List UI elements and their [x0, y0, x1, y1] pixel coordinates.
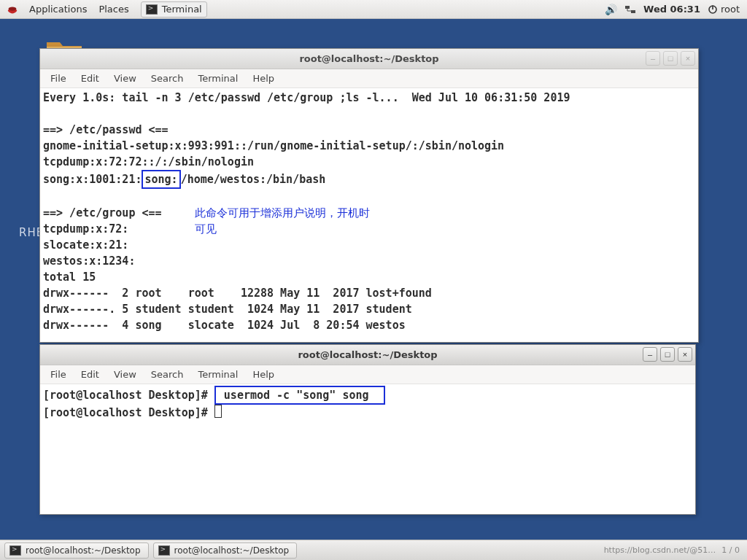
titlebar[interactable]: root@localhost:~/Desktop – □ ×: [40, 49, 698, 69]
highlight-command: usermod -c "song" song: [214, 386, 385, 405]
window-title: root@localhost:~/Desktop: [299, 53, 438, 64]
close-button[interactable]: ×: [678, 347, 692, 362]
user-menu[interactable]: root: [708, 4, 740, 15]
minimize-button[interactable]: –: [646, 51, 660, 66]
terminal-icon: [158, 545, 170, 556]
taskbar-entry[interactable]: root@localhost:~/Desktop: [4, 542, 149, 559]
menu-file[interactable]: File: [43, 367, 74, 382]
minimize-button[interactable]: –: [643, 347, 657, 362]
shell-prompt: [root@localhost Desktop]#: [43, 406, 208, 419]
menu-view[interactable]: View: [107, 367, 144, 382]
bottom-taskbar: root@localhost:~/Desktop root@localhost:…: [0, 540, 747, 560]
menu-help[interactable]: Help: [245, 71, 282, 86]
terminal-output[interactable]: [root@localhost Desktop]# usermod -c "so…: [40, 384, 695, 514]
menubar: File Edit View Search Terminal Help: [40, 69, 698, 88]
text-cursor: [214, 405, 222, 418]
terminal-icon: [9, 545, 21, 556]
top-panel: Applications Places Terminal 🔊 Wed 06:31…: [0, 0, 747, 19]
menu-terminal[interactable]: Terminal: [190, 367, 245, 382]
maximize-button[interactable]: □: [663, 51, 678, 66]
menu-edit[interactable]: Edit: [74, 367, 107, 382]
titlebar[interactable]: root@localhost:~/Desktop – □ ×: [40, 345, 695, 365]
system-tray: 🔊 Wed 06:31 root: [605, 4, 747, 15]
annotation: 可见: [195, 222, 217, 236]
svg-point-0: [9, 7, 17, 10]
power-icon: [708, 4, 718, 15]
clock[interactable]: Wed 06:31: [643, 4, 700, 15]
workspace-pager[interactable]: 1 / 0: [721, 545, 747, 555]
menu-search[interactable]: Search: [144, 367, 191, 382]
terminal-output[interactable]: Every 1.0s: tail -n 3 /etc/passwd /etc/g…: [40, 88, 698, 342]
taskbar-entry[interactable]: root@localhost:~/Desktop: [153, 542, 298, 559]
svg-rect-1: [625, 6, 630, 9]
volume-icon[interactable]: 🔊: [605, 4, 617, 15]
menu-search[interactable]: Search: [144, 71, 191, 86]
menu-view[interactable]: View: [107, 71, 144, 86]
close-button[interactable]: ×: [681, 51, 695, 66]
menu-file[interactable]: File: [43, 71, 74, 86]
highlight-gecos: song:: [142, 170, 180, 189]
window-title: root@localhost:~/Desktop: [298, 349, 437, 360]
redhat-logo-icon: [6, 3, 19, 16]
shell-prompt: [root@localhost Desktop]#: [43, 389, 208, 402]
terminal-window-watch[interactable]: root@localhost:~/Desktop – □ × File Edit…: [39, 48, 699, 343]
terminal-launcher[interactable]: Terminal: [141, 1, 207, 18]
menu-edit[interactable]: Edit: [74, 71, 107, 86]
annotation: 此命令可用于增添用户说明，开机时: [195, 206, 370, 219]
applications-menu[interactable]: Applications: [23, 0, 93, 18]
maximize-button[interactable]: □: [660, 347, 675, 362]
places-menu[interactable]: Places: [93, 0, 134, 18]
menu-help[interactable]: Help: [245, 367, 282, 382]
terminal-window-shell[interactable]: root@localhost:~/Desktop – □ × File Edit…: [39, 344, 696, 515]
terminal-icon: [146, 4, 158, 15]
network-icon[interactable]: [624, 4, 636, 15]
menu-terminal[interactable]: Terminal: [190, 71, 245, 86]
watermark: https://blog.csdn.net/@51…: [604, 545, 722, 555]
menubar: File Edit View Search Terminal Help: [40, 365, 695, 384]
